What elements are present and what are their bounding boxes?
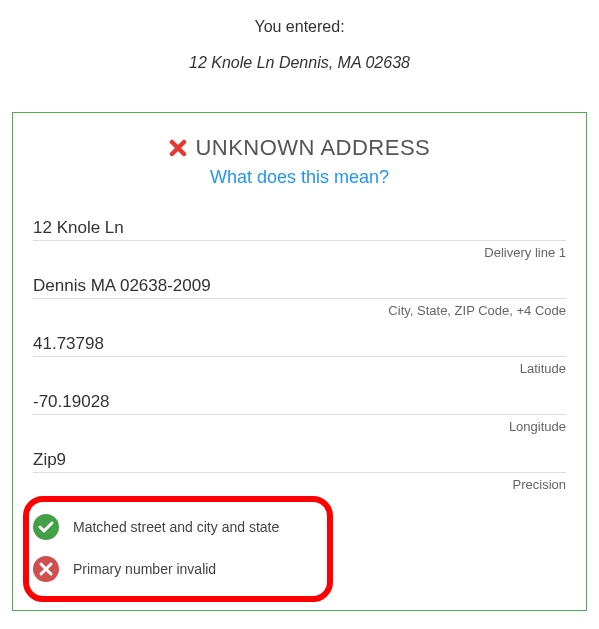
field-city-state-zip: Dennis MA 02638-2009 City, State, ZIP Co… (33, 270, 566, 318)
field-latitude: 41.73798 Latitude (33, 328, 566, 376)
field-label: Latitude (33, 361, 566, 376)
field-label: Longitude (33, 419, 566, 434)
result-header: UNKNOWN ADDRESS What does this mean? (33, 135, 566, 188)
field-value: 41.73798 (33, 334, 566, 354)
entered-label: You entered: (12, 18, 587, 36)
status-list: Matched street and city and state Primar… (33, 506, 566, 590)
entered-value: 12 Knole Ln Dennis, MA 02638 (12, 54, 587, 72)
entered-address-block: You entered: 12 Knole Ln Dennis, MA 0263… (12, 18, 587, 72)
status-item-matched: Matched street and city and state (33, 506, 566, 548)
status-item-invalid: Primary number invalid (33, 548, 566, 590)
field-precision: Zip9 Precision (33, 444, 566, 492)
help-link[interactable]: What does this mean? (210, 167, 389, 188)
field-value: -70.19028 (33, 392, 566, 412)
field-value: Dennis MA 02638-2009 (33, 276, 566, 296)
field-value: 12 Knole Ln (33, 218, 566, 238)
check-circle-icon (33, 514, 59, 540)
unknown-address-title: UNKNOWN ADDRESS (33, 135, 566, 163)
field-delivery-line-1: 12 Knole Ln Delivery line 1 (33, 212, 566, 260)
field-label: City, State, ZIP Code, +4 Code (33, 303, 566, 318)
field-label: Precision (33, 477, 566, 492)
field-value: Zip9 (33, 450, 566, 470)
field-label: Delivery line 1 (33, 245, 566, 260)
header-title-text: UNKNOWN ADDRESS (195, 135, 430, 160)
status-text: Primary number invalid (73, 561, 216, 577)
x-circle-icon (33, 556, 59, 582)
field-longitude: -70.19028 Longitude (33, 386, 566, 434)
status-text: Matched street and city and state (73, 519, 279, 535)
result-card: UNKNOWN ADDRESS What does this mean? 12 … (12, 112, 587, 611)
error-icon (169, 137, 187, 163)
